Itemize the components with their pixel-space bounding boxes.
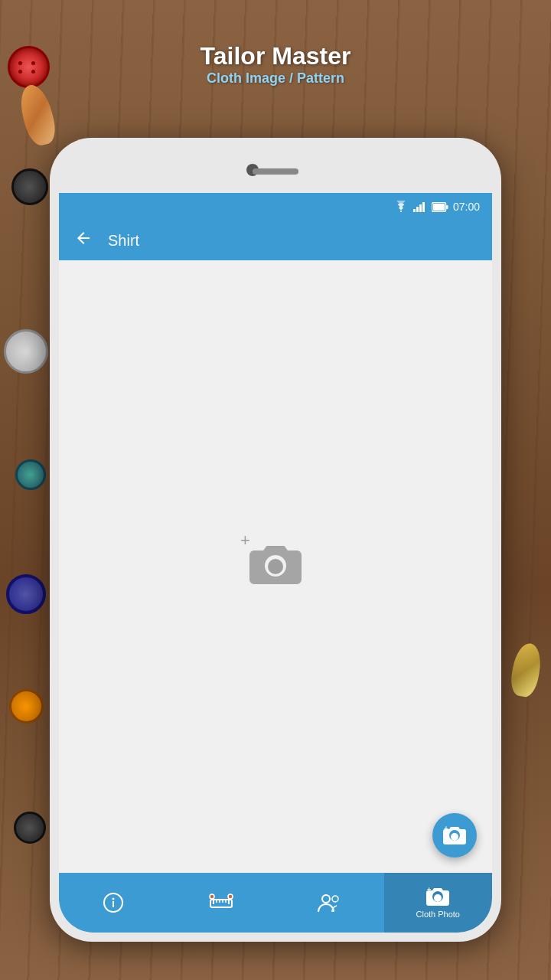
- svg-rect-5: [433, 204, 445, 211]
- cloth-photo-icon: +: [426, 887, 449, 906]
- nav-item-cloth-photo[interactable]: + Cloth Photo: [384, 873, 493, 933]
- svg-point-24: [434, 894, 442, 902]
- customers-icon: [317, 892, 343, 913]
- content-area: + +: [59, 260, 492, 873]
- deco-button-6: [9, 689, 44, 724]
- status-time: 07:00: [453, 201, 480, 213]
- svg-rect-11: [112, 901, 114, 907]
- svg-point-22: [322, 895, 330, 903]
- speaker: [253, 168, 298, 175]
- svg-rect-2: [419, 204, 422, 212]
- screen: 07:00 Shirt +: [59, 193, 492, 933]
- wifi-icon: [393, 201, 409, 213]
- measurements-icon: [209, 892, 233, 913]
- svg-text:+: +: [444, 825, 448, 833]
- svg-point-20: [210, 894, 214, 899]
- svg-point-7: [268, 559, 283, 574]
- svg-rect-0: [413, 209, 416, 212]
- app-title-section: Tailor Master Cloth Image / Pattern: [0, 42, 551, 87]
- deco-button-5: [6, 574, 46, 614]
- nav-item-customers[interactable]: [276, 873, 384, 933]
- phone-frame: 07:00 Shirt +: [50, 138, 501, 942]
- phone-hardware-bar: [59, 147, 492, 193]
- nav-item-measurements[interactable]: [168, 873, 276, 933]
- deco-button-7: [14, 812, 46, 844]
- battery-icon: [432, 202, 448, 212]
- svg-rect-6: [446, 205, 448, 209]
- nav-item-info[interactable]: [59, 873, 168, 933]
- deco-button-2: [11, 168, 48, 205]
- phone-inner: 07:00 Shirt +: [59, 147, 492, 933]
- app-subtitle: Cloth Image / Pattern: [0, 70, 551, 87]
- deco-button-3: [4, 329, 48, 374]
- svg-text:+: +: [427, 887, 431, 893]
- camera-add-icon: +: [248, 543, 303, 590]
- svg-rect-3: [422, 202, 425, 212]
- status-icons: 07:00: [393, 201, 480, 213]
- add-photo-placeholder[interactable]: +: [248, 543, 303, 590]
- back-button[interactable]: [71, 226, 96, 255]
- bottom-nav: + Cloth Photo: [59, 873, 492, 933]
- info-icon: [103, 892, 124, 913]
- app-title: Tailor Master: [0, 42, 551, 70]
- toolbar: Shirt: [59, 220, 492, 260]
- toolbar-title: Shirt: [108, 232, 139, 250]
- svg-rect-1: [416, 207, 419, 212]
- svg-point-12: [112, 898, 114, 900]
- plus-icon: +: [240, 532, 250, 549]
- svg-point-8: [451, 833, 458, 841]
- svg-point-23: [332, 896, 338, 902]
- svg-point-21: [228, 894, 233, 899]
- signal-icon: [413, 201, 427, 212]
- fab-camera-icon: +: [443, 825, 466, 845]
- status-bar: 07:00: [59, 193, 492, 220]
- deco-button-4: [15, 459, 46, 490]
- cloth-photo-label: Cloth Photo: [416, 910, 460, 919]
- fab-add-photo[interactable]: +: [432, 813, 477, 858]
